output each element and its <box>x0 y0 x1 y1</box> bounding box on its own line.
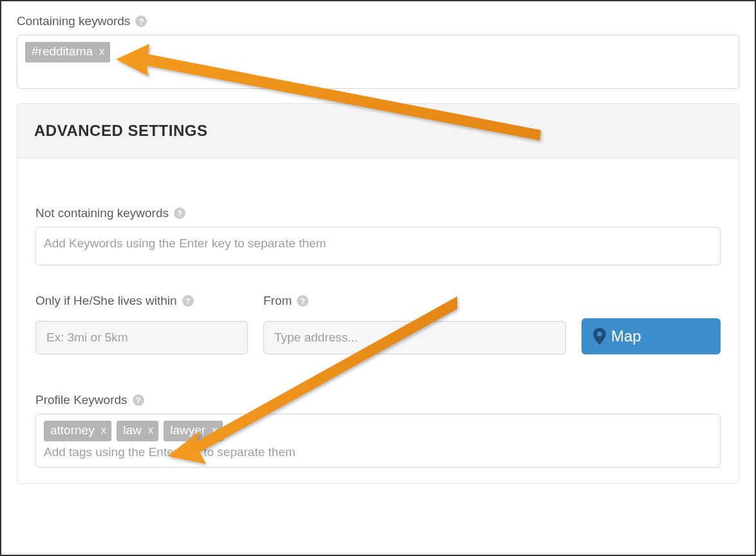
from-label: From ? <box>263 294 566 308</box>
profile-keywords-label-text: Profile Keywords <box>35 393 128 407</box>
profile-keywords-input[interactable]: attorney x law x lawyer x Add tags using… <box>35 414 721 468</box>
containing-keywords-input[interactable]: #redditama x <box>17 35 739 89</box>
keyword-tag-text: attorney <box>50 423 95 438</box>
containing-keywords-label: Containing keywords ? <box>17 14 739 28</box>
keyword-tag: #redditama x <box>25 42 110 62</box>
help-icon[interactable]: ? <box>135 15 147 27</box>
address-input[interactable] <box>263 321 566 354</box>
from-label-text: From <box>263 294 292 308</box>
keyword-tag: law x <box>117 421 158 441</box>
advanced-settings-header[interactable]: ADVANCED SETTINGS <box>17 104 739 158</box>
map-button[interactable]: Map <box>581 318 721 354</box>
keyword-tag-text: law <box>123 423 142 438</box>
close-icon[interactable]: x <box>212 424 218 437</box>
advanced-settings-title: ADVANCED SETTINGS <box>34 122 722 140</box>
keyword-tag: attorney x <box>44 421 111 441</box>
keyword-tag-text: #redditama <box>32 44 93 59</box>
help-icon[interactable]: ? <box>174 207 185 219</box>
containing-keywords-label-text: Containing keywords <box>17 14 130 28</box>
not-containing-placeholder: Add Keywords using the Enter key to sepa… <box>44 234 712 251</box>
keyword-tag-text: lawyer <box>170 423 205 438</box>
close-icon[interactable]: x <box>148 424 154 437</box>
distance-label: Only if He/She lives within ? <box>35 294 248 308</box>
help-icon[interactable]: ? <box>133 394 144 406</box>
not-containing-label-text: Not containing keywords <box>35 206 169 220</box>
map-pin-icon <box>593 328 606 345</box>
distance-input[interactable] <box>35 321 248 354</box>
help-icon[interactable]: ? <box>297 295 308 307</box>
close-icon[interactable]: x <box>101 424 107 437</box>
advanced-settings-panel: ADVANCED SETTINGS Not containing keyword… <box>17 103 739 484</box>
profile-keywords-label: Profile Keywords ? <box>35 393 721 407</box>
map-button-label: Map <box>611 327 641 345</box>
help-icon[interactable]: ? <box>182 295 194 307</box>
keyword-tag: lawyer x <box>164 421 222 441</box>
distance-label-text: Only if He/She lives within <box>35 294 177 308</box>
not-containing-input[interactable]: Add Keywords using the Enter key to sepa… <box>35 227 721 265</box>
profile-keywords-placeholder: Add tags using the Enter key to separate… <box>44 445 712 459</box>
not-containing-label: Not containing keywords ? <box>35 206 721 220</box>
close-icon[interactable]: x <box>99 45 105 58</box>
